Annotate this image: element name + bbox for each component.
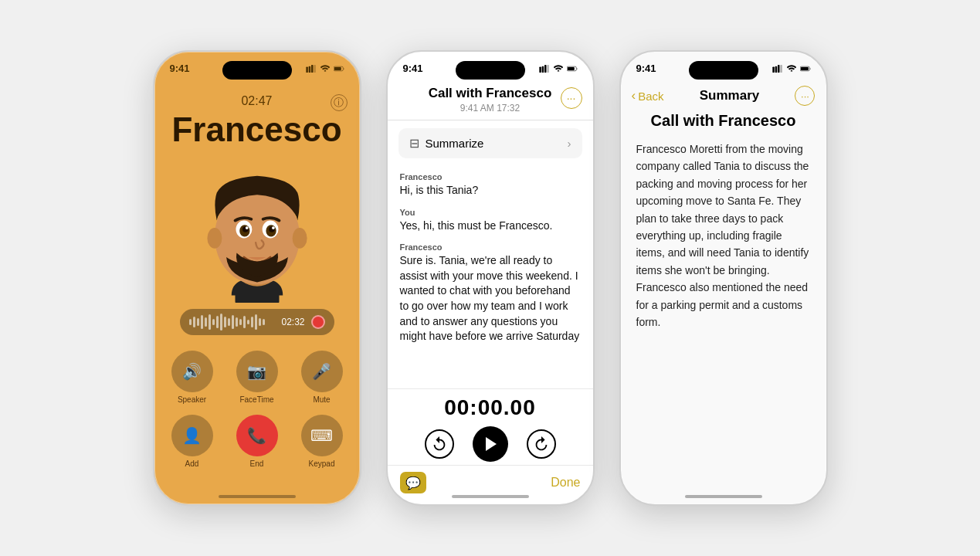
- waveform: [189, 314, 276, 331]
- transcript-title: Call with Francesco: [400, 86, 581, 101]
- svg-rect-1: [308, 66, 310, 72]
- summarize-button[interactable]: ⊟ Summarize ›: [398, 128, 582, 158]
- status-time-1: 9:41: [170, 63, 190, 74]
- summary-more-button[interactable]: ···: [795, 86, 815, 106]
- svg-rect-5: [334, 67, 341, 70]
- transcript-msg-3: Francesco Sure is. Tania, we're all read…: [400, 242, 581, 344]
- svg-rect-18: [235, 290, 279, 303]
- transcript-call-time: 9:41 AM 17:32: [400, 103, 581, 114]
- phone-transcript-screen: 9:41 ··· Call with Francesco 9:41 AM 17:…: [386, 50, 595, 506]
- facetime-button[interactable]: 📷 FaceTime: [230, 351, 284, 404]
- done-button[interactable]: Done: [551, 476, 580, 490]
- status-time-2: 9:41: [403, 63, 423, 74]
- back-button[interactable]: ‹ Back: [632, 88, 664, 103]
- svg-rect-20: [541, 66, 544, 72]
- back-label: Back: [638, 90, 663, 103]
- svg-rect-27: [772, 66, 775, 73]
- svg-text:15: 15: [436, 442, 442, 448]
- svg-point-17: [272, 226, 275, 229]
- dynamic-island-2: [456, 61, 525, 80]
- svg-rect-0: [306, 66, 308, 73]
- caller-name: Francesco: [171, 113, 341, 147]
- playback-controls: 15 15: [425, 426, 556, 462]
- call-controls: 🔊 Speaker 📷 FaceTime 🎤 Mute 👤 Add 📞 End …: [165, 351, 349, 468]
- skip-back-button[interactable]: 15: [425, 429, 454, 459]
- transcript-footer: 💬 Done: [388, 465, 593, 504]
- keypad-button[interactable]: ⌨ Keypad: [295, 415, 349, 468]
- transcript-screen: ··· Call with Francesco 9:41 AM 17:32 ⊟ …: [388, 52, 593, 504]
- status-icons-3: [772, 65, 811, 73]
- svg-rect-3: [314, 65, 316, 73]
- call-timer: 02:47: [241, 94, 272, 108]
- skip-forward-button[interactable]: 15: [527, 429, 556, 459]
- add-button[interactable]: 👤 Add: [165, 415, 219, 468]
- speaker-button[interactable]: 🔊 Speaker: [165, 351, 219, 404]
- msg-text-2: Yes, hi, this must be Francesco.: [400, 219, 581, 234]
- svg-rect-19: [539, 66, 541, 73]
- sender-3: Francesco: [400, 242, 581, 252]
- status-icons-2: [539, 65, 578, 73]
- playback-section: 00:00.00 15 15: [388, 388, 593, 465]
- transcript-msg-2: You Yes, hi, this must be Francesco.: [400, 208, 581, 234]
- more-options-button[interactable]: ···: [561, 87, 582, 109]
- summarize-label: Summarize: [426, 137, 484, 150]
- svg-point-9: [292, 228, 307, 249]
- svg-point-8: [207, 228, 222, 249]
- msg-text-3: Sure is. Tania, we're all ready to assis…: [400, 253, 581, 344]
- svg-rect-22: [547, 65, 549, 73]
- svg-rect-21: [544, 65, 547, 73]
- memoji-avatar: [188, 156, 327, 303]
- home-indicator-1: [219, 495, 296, 498]
- play-button[interactable]: [473, 426, 508, 462]
- svg-rect-30: [780, 65, 782, 73]
- sender-1: Francesco: [400, 172, 581, 181]
- transcript-msg-1: Francesco Hi, is this Tania?: [400, 172, 581, 198]
- svg-rect-24: [567, 67, 574, 70]
- svg-rect-2: [311, 65, 314, 73]
- svg-rect-29: [778, 65, 780, 73]
- recording-dot: [311, 315, 325, 329]
- phone-summary-screen: 9:41 ‹ Back Summary ··· Call with France…: [619, 50, 828, 506]
- sender-2: You: [400, 208, 581, 217]
- dynamic-island: [222, 61, 292, 80]
- home-indicator-3: [685, 495, 762, 498]
- msg-text-1: Hi, is this Tania?: [400, 183, 581, 198]
- end-button[interactable]: 📞 End: [230, 415, 284, 468]
- summary-call-title: Call with Francesco: [636, 112, 811, 130]
- recording-bar: 02:32: [180, 309, 334, 335]
- home-indicator-2: [452, 495, 529, 498]
- recording-time: 02:32: [281, 317, 304, 327]
- summary-body: Call with Francesco Francesco Moretti fr…: [621, 112, 826, 331]
- transcript-footer-icon: 💬: [400, 472, 426, 493]
- summary-text: Francesco Moretti from the moving compan…: [636, 141, 811, 331]
- summary-screen: ‹ Back Summary ··· Call with Francesco F…: [621, 52, 826, 504]
- svg-text:15: 15: [537, 442, 544, 448]
- call-screen: ⓘ 02:47 Francesco: [154, 52, 360, 504]
- mute-button[interactable]: 🎤 Mute: [295, 351, 349, 404]
- info-icon[interactable]: ⓘ: [331, 94, 348, 111]
- svg-point-16: [245, 226, 248, 229]
- svg-rect-28: [775, 66, 777, 72]
- svg-rect-32: [800, 67, 808, 70]
- dynamic-island-3: [689, 61, 758, 80]
- summarize-icon: ⊟: [409, 136, 419, 151]
- transcript-body: Francesco Hi, is this Tania? You Yes, hi…: [388, 166, 593, 388]
- playback-time: 00:00.00: [444, 395, 536, 420]
- status-time-3: 9:41: [636, 63, 656, 74]
- chevron-right-icon: ›: [568, 137, 571, 150]
- back-chevron-icon: ‹: [632, 88, 636, 103]
- status-icons-1: [306, 65, 344, 73]
- summary-page-title: Summary: [700, 88, 759, 103]
- phone-call-screen: 9:41 ⓘ 02:47 Francesco: [153, 50, 361, 506]
